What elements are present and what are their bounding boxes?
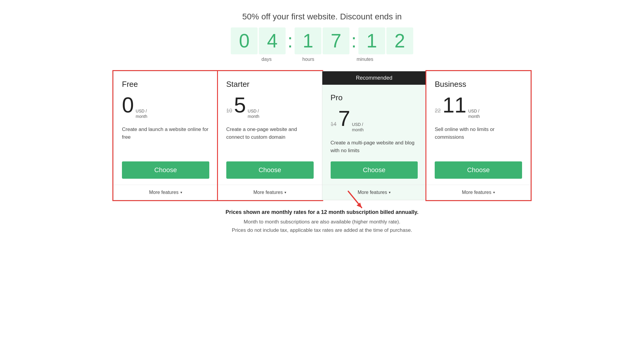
svg-marker-1 — [357, 203, 362, 208]
plan-name-business: Business — [435, 80, 522, 89]
plan-description-starter: Create a one-page website and connect to… — [226, 126, 314, 154]
minutes-digit-1: 1 — [358, 27, 385, 54]
plan-card-starter: Starter 10 5 USD / month Create a one-pa… — [218, 71, 322, 200]
countdown-timer: 0 4 : 1 7 : 1 2 — [231, 27, 413, 54]
plan-price-business: 22 11 USD / month — [435, 94, 522, 119]
period-business: month — [468, 114, 480, 119]
plan-body-business: Business 22 11 USD / month Sell online w… — [426, 71, 530, 185]
more-features-pro[interactable]: More features ▾ — [322, 185, 426, 200]
plan-price-unit-free: USD / month — [136, 108, 147, 119]
choose-button-pro[interactable]: Choose — [331, 161, 418, 179]
hours-digit-2: 7 — [323, 27, 349, 54]
plan-price-unit-starter: USD / month — [248, 108, 259, 119]
plan-body-pro: Pro 14 7 USD / month Create a multi-page… — [322, 85, 426, 185]
footer-line2: Month to month subscriptions are also av… — [226, 219, 419, 225]
more-features-free[interactable]: More features ▾ — [114, 185, 218, 200]
more-features-label-business: More features — [462, 190, 491, 195]
more-features-starter[interactable]: More features ▾ — [218, 185, 322, 200]
choose-button-starter[interactable]: Choose — [226, 161, 314, 179]
plan-body-starter: Starter 10 5 USD / month Create a one-pa… — [218, 71, 322, 185]
arrow-annotation — [345, 188, 366, 213]
plan-price-unit-pro: USD / month — [352, 122, 364, 132]
choose-button-free[interactable]: Choose — [122, 161, 209, 179]
days-label: days — [253, 57, 280, 62]
minutes-digit-2: 2 — [386, 27, 413, 54]
discount-text: 50% off your first website. Discount end… — [231, 12, 413, 21]
plan-price-pro: 14 7 USD / month — [331, 108, 418, 132]
more-features-label-starter: More features — [253, 190, 283, 195]
currency-starter: USD / — [248, 108, 259, 114]
period-starter: month — [248, 114, 259, 119]
plan-description-business: Sell online with no limits or commission… — [435, 126, 522, 154]
more-features-business[interactable]: More features ▾ — [426, 185, 530, 200]
chevron-down-icon-starter: ▾ — [284, 190, 286, 195]
plan-price-free: 0 USD / month — [122, 94, 209, 119]
hours-label: hours — [280, 57, 337, 62]
period-pro: month — [352, 127, 364, 132]
plan-card-pro: Recommended Pro 14 7 USD / month Create … — [322, 71, 427, 200]
period-free: month — [136, 114, 147, 119]
plan-card-free: Free 0 USD / month Create and launch a w… — [113, 71, 218, 200]
minutes-label: minutes — [337, 57, 393, 62]
footer-section: Prices shown are monthly rates for a 12 … — [226, 209, 419, 236]
original-price-starter: 10 — [226, 108, 232, 114]
choose-button-business[interactable]: Choose — [435, 161, 522, 179]
recommended-badge: Recommended — [322, 71, 426, 85]
original-price-business: 22 — [435, 108, 441, 114]
plan-price-starter: 10 5 USD / month — [226, 94, 314, 119]
separator-1: : — [287, 31, 293, 50]
chevron-down-icon-free: ▾ — [180, 190, 182, 195]
hours-digit-1: 1 — [295, 27, 321, 54]
currency-pro: USD / — [352, 122, 364, 127]
currency-business: USD / — [468, 108, 480, 114]
plan-description-free: Create and launch a website online for f… — [122, 126, 209, 154]
plan-description-pro: Create a multi-page website and blog wit… — [331, 139, 418, 154]
plan-price-main-pro: 7 — [338, 108, 350, 129]
separator-2: : — [351, 31, 357, 50]
footer-line3: Prices do not include tax, applicable ta… — [226, 227, 419, 233]
footer-line1: Prices shown are monthly rates for a 12 … — [226, 209, 419, 215]
more-features-label-free: More features — [149, 190, 179, 195]
chevron-down-icon-pro: ▾ — [389, 190, 391, 195]
plan-price-main-business: 11 — [442, 94, 466, 116]
original-price-pro: 14 — [331, 121, 337, 127]
days-digit-2: 4 — [259, 27, 286, 54]
countdown-labels: days hours minutes — [231, 57, 413, 62]
plan-name-pro: Pro — [331, 93, 418, 102]
plans-container: Free 0 USD / month Create and launch a w… — [113, 71, 531, 200]
plan-price-unit-business: USD / month — [468, 108, 480, 119]
days-digit-1: 0 — [231, 27, 258, 54]
currency-free: USD / — [136, 108, 147, 114]
plan-name-free: Free — [122, 80, 209, 89]
header-section: 50% off your first website. Discount end… — [231, 12, 413, 62]
plan-price-main-starter: 5 — [234, 94, 246, 116]
plan-body-free: Free 0 USD / month Create and launch a w… — [114, 71, 218, 185]
plan-name-starter: Starter — [226, 80, 314, 89]
plan-price-main-free: 0 — [122, 94, 134, 116]
plan-card-business: Business 22 11 USD / month Sell online w… — [426, 71, 531, 200]
chevron-down-icon-business: ▾ — [493, 190, 495, 195]
